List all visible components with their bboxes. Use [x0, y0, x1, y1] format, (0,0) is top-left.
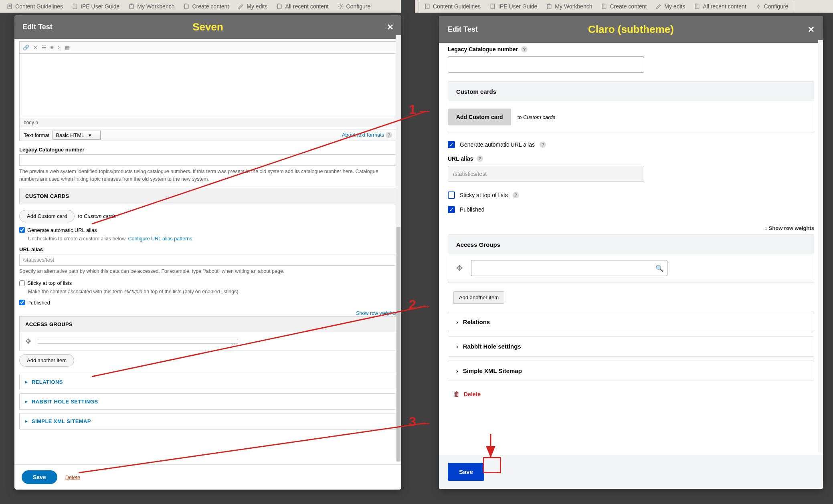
annotation-dash: — — [420, 105, 429, 117]
annotation-1: 1 — [409, 102, 416, 117]
annotation-missing-box — [483, 457, 501, 473]
annotation-2: 2 — [409, 297, 416, 312]
svg-line-15 — [92, 111, 426, 224]
annotation-dash: — — [420, 300, 429, 312]
annotation-overlay — [0, 0, 833, 504]
annotation-3: 3 — [409, 414, 416, 429]
svg-line-16 — [92, 306, 426, 377]
svg-line-17 — [79, 423, 426, 473]
annotation-dash: — — [420, 417, 429, 429]
